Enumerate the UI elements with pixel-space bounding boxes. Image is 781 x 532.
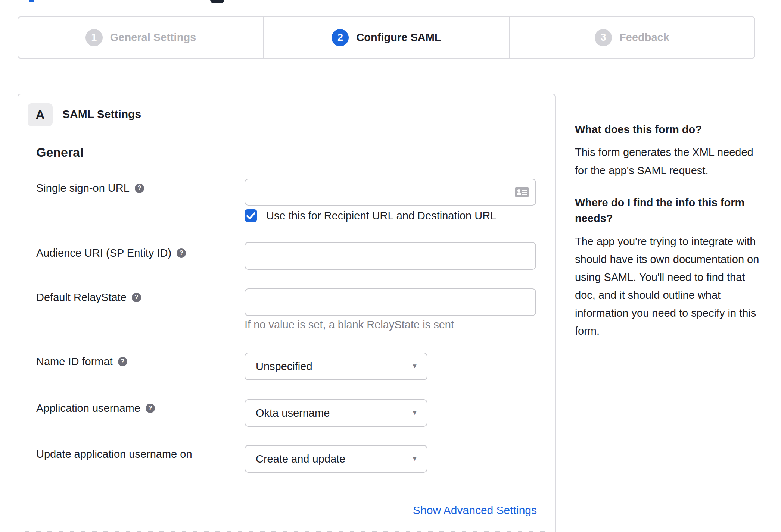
top-cropped-blue-accent: [29, 0, 34, 2]
step-2-label: Configure SAML: [356, 31, 441, 44]
name-id-format-select[interactable]: Unspecified ▼: [245, 353, 427, 380]
sso-url-label: Single sign-on URL: [36, 182, 130, 194]
sso-url-input[interactable]: [245, 179, 536, 206]
section-a-badge: A: [28, 103, 53, 126]
audience-uri-label-row: Audience URI (SP Entity ID) ?: [36, 247, 186, 259]
name-id-format-label: Name ID format: [36, 356, 113, 368]
update-username-select[interactable]: Create and update ▼: [245, 445, 427, 473]
step-3-label: Feedback: [619, 31, 669, 44]
general-heading: General: [36, 145, 84, 160]
update-username-value: Create and update: [256, 453, 345, 465]
audience-uri-help-icon[interactable]: ?: [177, 248, 186, 258]
step-3-number: 3: [595, 29, 612, 46]
update-username-label: Update application username on: [36, 448, 192, 460]
application-username-help-icon[interactable]: ?: [146, 404, 155, 413]
recipient-url-checkbox-label: Use this for Recipient URL and Destinati…: [266, 210, 496, 222]
application-username-label-row: Application username ?: [36, 402, 155, 414]
name-id-format-value: Unspecified: [256, 360, 312, 373]
sso-url-label-row: Single sign-on URL ?: [36, 182, 144, 194]
audience-uri-input[interactable]: [245, 242, 536, 270]
relay-state-input[interactable]: [245, 288, 536, 316]
application-username-select[interactable]: Okta username ▼: [245, 399, 427, 427]
top-cropped-app-logo: [210, 0, 224, 3]
saml-settings-panel: A SAML Settings General Single sign-on U…: [18, 94, 556, 532]
name-id-format-label-row: Name ID format ?: [36, 355, 127, 368]
relay-state-help-icon[interactable]: ?: [132, 293, 141, 302]
wizard-stepper: 1 General Settings 2 Configure SAML 3 Fe…: [18, 16, 755, 59]
sidebar-answer-2: The app you're trying to integrate with …: [575, 232, 765, 340]
page: 1 General Settings 2 Configure SAML 3 Fe…: [0, 0, 781, 532]
show-advanced-settings-link[interactable]: Show Advanced Settings: [413, 504, 537, 517]
panel-title: SAML Settings: [62, 108, 141, 121]
sidebar-answer-1: This form generates the XML needed for t…: [575, 143, 765, 180]
step-1-label: General Settings: [110, 31, 196, 44]
relay-state-label: Default RelayState: [36, 291, 127, 304]
contact-card-icon: [515, 187, 529, 197]
sso-url-help-icon[interactable]: ?: [135, 184, 144, 193]
name-id-format-help-icon[interactable]: ?: [118, 357, 127, 366]
application-username-label: Application username: [36, 402, 140, 414]
step-2-number: 2: [332, 29, 349, 46]
relay-state-label-row: Default RelayState ?: [36, 291, 141, 304]
audience-uri-label: Audience URI (SP Entity ID): [36, 247, 171, 259]
recipient-url-checkbox-row: Use this for Recipient URL and Destinati…: [245, 209, 496, 222]
sidebar-question-2: Where do I find the info this form needs…: [575, 195, 765, 226]
step-configure-saml[interactable]: 2 Configure SAML: [263, 17, 509, 58]
recipient-url-checkbox[interactable]: [245, 209, 257, 222]
application-username-value: Okta username: [256, 407, 330, 419]
update-username-label-row: Update application username on: [36, 448, 192, 460]
step-general-settings[interactable]: 1 General Settings: [18, 17, 263, 58]
dropdown-arrow-icon: ▼: [411, 409, 418, 417]
dropdown-arrow-icon: ▼: [411, 363, 418, 370]
dropdown-arrow-icon: ▼: [411, 455, 418, 463]
sidebar-question-1: What does this form do?: [575, 122, 765, 137]
step-1-number: 1: [85, 29, 103, 46]
relay-state-hint: If no value is set, a blank RelayState i…: [245, 319, 454, 331]
help-sidebar: What does this form do? This form genera…: [575, 122, 765, 340]
step-feedback[interactable]: 3 Feedback: [509, 17, 754, 58]
